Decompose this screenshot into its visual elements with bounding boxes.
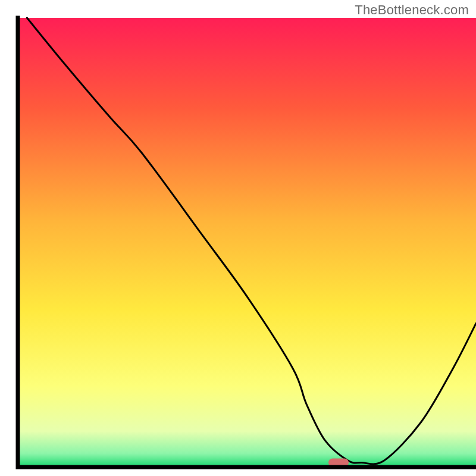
watermark-text: TheBottleneck.com bbox=[355, 2, 469, 18]
chart-gradient-bg bbox=[18, 18, 476, 467]
bottleneck-chart: TheBottleneck.com bbox=[0, 0, 476, 476]
chart-canvas bbox=[0, 0, 476, 476]
